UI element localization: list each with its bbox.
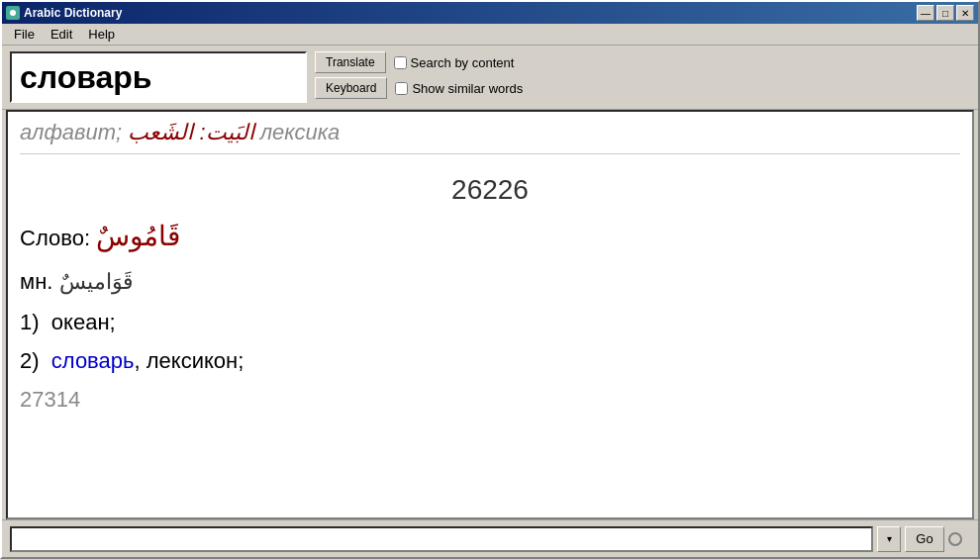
def2-link[interactable]: словарь	[51, 348, 135, 373]
content-inner: алфавит; البَيت: الشَعب лексика 26226 Сл…	[8, 112, 972, 517]
search-by-content-text: Search by content	[411, 55, 515, 70]
plural-label: мн.	[20, 269, 52, 294]
definition-2: 2) словарь, лексикон;	[20, 344, 960, 377]
title-bar: Arabic Dictionary — □ ✕	[2, 2, 978, 24]
cut-text-top: алфавит; البَيت: الشَعب лексика	[20, 116, 960, 154]
menu-help[interactable]: Help	[80, 25, 123, 44]
search-by-content-label[interactable]: Search by content	[394, 55, 515, 70]
content-scroll[interactable]: алфавит; البَيت: الشَعب лексика 26226 Сл…	[8, 112, 972, 517]
bottom-bar: ▾ Go	[2, 519, 978, 557]
svg-point-1	[10, 10, 16, 16]
app-window: Arabic Dictionary — □ ✕ File Edit Help T…	[0, 0, 980, 559]
search-input[interactable]	[20, 57, 297, 97]
arabic-plural-word: قَوَاميسٌ	[59, 269, 134, 294]
arabic-cut-top: البَيت: الشَعب	[128, 120, 253, 144]
arabic-main-word: قَامُوسٌ	[96, 221, 180, 251]
minimize-button[interactable]: —	[917, 5, 934, 21]
def2-rest: , лексикон;	[135, 348, 245, 373]
search-by-content-checkbox[interactable]	[394, 56, 407, 69]
content-area: алфавит; البَيت: الشَعب лексика 26226 Сл…	[6, 110, 974, 519]
toolbar-row-1: Translate Search by content	[315, 51, 523, 73]
title-bar-left: Arabic Dictionary	[6, 6, 122, 20]
close-button[interactable]: ✕	[956, 5, 974, 21]
maximize-button[interactable]: □	[936, 5, 954, 21]
toolbar-row-2: Keyboard Show similar words	[315, 77, 523, 99]
toolbar: Translate Search by content Keyboard Sho…	[2, 46, 978, 110]
def1-number: 1)	[20, 310, 40, 334]
window-title: Arabic Dictionary	[24, 6, 122, 20]
cut-text-bottom: 27314	[20, 387, 960, 413]
definition-1: 1) океан;	[20, 306, 960, 338]
word-line: Слово: قَامُوسٌ	[20, 216, 960, 257]
translate-button[interactable]: Translate	[315, 51, 386, 73]
entry-number-1: 26226	[20, 174, 960, 206]
show-similar-words-checkbox[interactable]	[395, 82, 408, 95]
dropdown-button[interactable]: ▾	[877, 526, 901, 552]
app-icon	[6, 6, 20, 20]
toolbar-controls: Translate Search by content Keyboard Sho…	[315, 51, 523, 99]
title-bar-buttons: — □ ✕	[917, 5, 974, 21]
menu-edit[interactable]: Edit	[43, 25, 80, 44]
radio-indicator	[948, 532, 962, 546]
show-similar-words-label[interactable]: Show similar words	[395, 81, 523, 96]
menu-bar: File Edit Help	[2, 24, 978, 46]
menu-file[interactable]: File	[6, 25, 43, 44]
search-input-container[interactable]	[10, 51, 307, 103]
keyboard-button[interactable]: Keyboard	[315, 77, 387, 99]
show-similar-words-text: Show similar words	[412, 81, 523, 96]
def2-number: 2)	[20, 348, 40, 373]
go-button[interactable]: Go	[905, 526, 944, 552]
plural-line: мн. قَوَاميسٌ	[20, 265, 960, 298]
word-label: Слово:	[20, 226, 90, 250]
bottom-input[interactable]	[10, 526, 873, 552]
def1-text: океан;	[51, 310, 116, 334]
